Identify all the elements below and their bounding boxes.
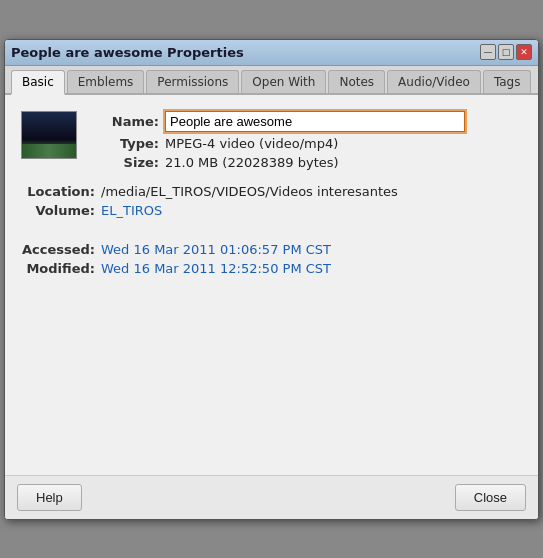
- name-input[interactable]: [165, 111, 465, 132]
- thumbnail-image: [22, 112, 76, 158]
- name-label: Name:: [89, 114, 159, 129]
- location-value: /media/EL_TIROS/VIDEOS/Videos interesant…: [101, 184, 398, 199]
- location-label: Location:: [21, 184, 101, 199]
- window-controls: — □ ✕: [480, 44, 532, 60]
- location-section: Location: /media/EL_TIROS/VIDEOS/Videos …: [21, 184, 522, 218]
- volume-label: Volume:: [21, 203, 101, 218]
- size-label: Size:: [89, 155, 159, 170]
- accessed-row: Accessed: Wed 16 Mar 2011 01:06:57 PM CS…: [21, 242, 522, 257]
- tab-open-with[interactable]: Open With: [241, 70, 326, 93]
- maximize-button[interactable]: □: [498, 44, 514, 60]
- accessed-label: Accessed:: [21, 242, 101, 257]
- accessed-value: Wed 16 Mar 2011 01:06:57 PM CST: [101, 242, 331, 257]
- tab-audio-video[interactable]: Audio/Video: [387, 70, 481, 93]
- tab-content: Name: Type: MPEG-4 video (video/mp4) Siz…: [5, 95, 538, 475]
- file-thumbnail: [21, 111, 77, 159]
- size-row: Size: 21.0 MB (22028389 bytes): [89, 155, 465, 170]
- type-value: MPEG-4 video (video/mp4): [165, 136, 338, 151]
- dates-section: Accessed: Wed 16 Mar 2011 01:06:57 PM CS…: [21, 242, 522, 276]
- close-window-button[interactable]: ✕: [516, 44, 532, 60]
- properties-window: People are awesome Properties — □ ✕ Basi…: [4, 39, 539, 520]
- tabs-bar: Basic Emblems Permissions Open With Note…: [5, 66, 538, 95]
- tab-permissions[interactable]: Permissions: [146, 70, 239, 93]
- location-row: Location: /media/EL_TIROS/VIDEOS/Videos …: [21, 184, 522, 199]
- file-info-header: Name: Type: MPEG-4 video (video/mp4) Siz…: [21, 111, 522, 170]
- help-button[interactable]: Help: [17, 484, 82, 511]
- tab-basic[interactable]: Basic: [11, 70, 65, 95]
- volume-row: Volume: EL_TIROS: [21, 203, 522, 218]
- modified-value: Wed 16 Mar 2011 12:52:50 PM CST: [101, 261, 331, 276]
- titlebar: People are awesome Properties — □ ✕: [5, 40, 538, 66]
- minimize-button[interactable]: —: [480, 44, 496, 60]
- modified-row: Modified: Wed 16 Mar 2011 12:52:50 PM CS…: [21, 261, 522, 276]
- name-field-group: Name: Type: MPEG-4 video (video/mp4) Siz…: [89, 111, 465, 170]
- type-row: Type: MPEG-4 video (video/mp4): [89, 136, 465, 151]
- modified-label: Modified:: [21, 261, 101, 276]
- name-row: Name:: [89, 111, 465, 132]
- bottom-bar: Help Close: [5, 475, 538, 519]
- size-value: 21.0 MB (22028389 bytes): [165, 155, 339, 170]
- tab-emblems[interactable]: Emblems: [67, 70, 145, 93]
- tab-notes[interactable]: Notes: [328, 70, 385, 93]
- volume-value: EL_TIROS: [101, 203, 162, 218]
- tab-tags[interactable]: Tags: [483, 70, 532, 93]
- window-title: People are awesome Properties: [11, 45, 244, 60]
- close-button[interactable]: Close: [455, 484, 526, 511]
- type-label: Type:: [89, 136, 159, 151]
